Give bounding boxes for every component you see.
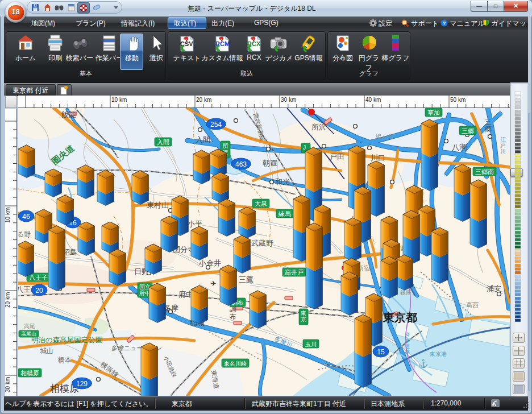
svg-text:川: 川	[500, 148, 506, 155]
svg-text:30 km: 30 km	[281, 97, 296, 103]
svg-text:高尾: 高尾	[24, 323, 35, 329]
svg-text:鳩ヶ谷: 鳩ヶ谷	[375, 133, 394, 140]
svg-text:20: 20	[35, 287, 43, 295]
svg-text:三郷南: 三郷南	[475, 168, 494, 175]
svg-text:道: 道	[405, 343, 410, 349]
svg-text:10 km: 10 km	[5, 208, 11, 223]
svg-text:戸: 戸	[500, 142, 506, 148]
svg-text:川口: 川口	[371, 154, 385, 162]
svg-text:東名川崎: 東名川崎	[223, 361, 247, 367]
svg-text:129: 129	[76, 380, 88, 388]
svg-text:東京港: 東京港	[429, 351, 447, 357]
svg-text:明治の森高尾国定公園: 明治の森高尾国定公園	[31, 336, 102, 344]
svg-text:布: 布	[230, 313, 236, 321]
svg-text:浦安: 浦安	[487, 284, 501, 293]
svg-text:葛西: 葛西	[466, 301, 479, 308]
svg-text:三郷: 三郷	[462, 127, 474, 134]
svg-text:所沢: 所沢	[311, 123, 326, 131]
svg-text:J: J	[303, 144, 306, 151]
svg-text:20 km: 20 km	[5, 292, 11, 308]
svg-text:東村山: 東村山	[147, 201, 169, 209]
svg-text:る野: る野	[18, 230, 31, 238]
svg-text:八潮: 八潮	[452, 143, 467, 151]
svg-text:城山: 城山	[40, 347, 53, 355]
svg-text:入間: 入間	[157, 139, 169, 146]
svg-text:所: 所	[222, 142, 228, 149]
svg-text:戸田: 戸田	[330, 152, 344, 161]
svg-text:463: 463	[235, 160, 247, 168]
svg-text:小金井: 小金井	[198, 259, 221, 267]
svg-text:大泉: 大泉	[255, 200, 267, 207]
svg-text:和光: 和光	[275, 177, 290, 186]
svg-text:高井戸: 高井戸	[285, 269, 304, 276]
svg-text:40 km: 40 km	[365, 97, 381, 103]
svg-text:郷: 郷	[485, 125, 492, 133]
svg-text:30 km: 30 km	[5, 377, 11, 392]
svg-text:?: ?	[443, 20, 446, 26]
svg-text:銀座: 銀座	[400, 289, 412, 296]
svg-text:玉川: 玉川	[305, 341, 317, 347]
svg-text:10 km: 10 km	[111, 97, 127, 103]
svg-text:八王子: 八王子	[29, 274, 48, 281]
svg-text:飯能: 飯能	[61, 110, 76, 119]
svg-text:湾: 湾	[405, 332, 410, 338]
svg-text:京: 京	[301, 316, 306, 322]
svg-text:練馬: 練馬	[278, 210, 291, 217]
svg-text:254: 254	[210, 121, 222, 129]
svg-text:三鷹: 三鷹	[239, 275, 253, 284]
svg-text:橋本: 橋本	[58, 356, 72, 364]
svg-text:三: 三	[485, 118, 492, 126]
svg-text:多摩: 多摩	[164, 304, 178, 312]
svg-text:路: 路	[405, 349, 410, 355]
svg-text:✈: ✈	[210, 279, 217, 288]
svg-text:井: 井	[192, 108, 198, 115]
svg-text:50 km: 50 km	[450, 97, 466, 103]
svg-text:46: 46	[22, 213, 30, 221]
svg-text:武蔵野: 武蔵野	[251, 239, 273, 247]
svg-text:入間: 入間	[196, 135, 210, 144]
svg-text:⚓: ⚓	[418, 359, 429, 369]
svg-text:高尾山: 高尾山	[21, 331, 36, 337]
svg-text:東京都: 東京都	[383, 311, 417, 324]
svg-text:15: 15	[377, 348, 385, 356]
svg-text:東: 東	[300, 310, 306, 316]
svg-text:草加: 草加	[427, 109, 440, 116]
svg-text:朝霞: 朝霞	[263, 159, 277, 167]
svg-text:相模原: 相模原	[20, 370, 39, 376]
svg-text:岸: 岸	[405, 338, 410, 343]
svg-text:20 km: 20 km	[196, 97, 211, 103]
svg-text:江: 江	[500, 136, 506, 142]
